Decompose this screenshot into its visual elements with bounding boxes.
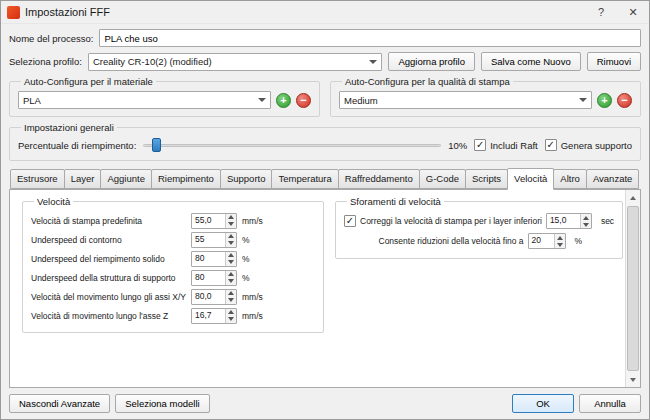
spin-buttons[interactable] <box>225 290 236 304</box>
spin-buttons[interactable] <box>225 233 236 247</box>
process-name-label: Nome del processo: <box>9 33 93 44</box>
profile-combo[interactable]: Creality CR-10(2) (modified) <box>88 53 383 71</box>
chevron-down-icon <box>369 60 377 64</box>
spin-value: 55 <box>192 233 225 247</box>
spin-value: 80,0 <box>192 290 225 304</box>
tab-altro[interactable]: Altro <box>553 169 587 189</box>
tab-gcode[interactable]: G-Code <box>419 169 466 189</box>
spin-buttons[interactable] <box>225 252 236 266</box>
layer-time-spinbox[interactable]: 15,0 <box>546 213 592 229</box>
speed-reduction-spinbox[interactable]: 20 <box>528 233 566 249</box>
xy-movement-speed-row: Velocità del movimento lungo gli assi X/… <box>31 287 315 306</box>
process-name-input[interactable] <box>99 29 641 47</box>
speed-overrides-wrap: Sforamenti di velocità ✓ Correggi la vel… <box>335 196 617 259</box>
ok-button[interactable]: OK <box>512 394 574 413</box>
fff-settings-dialog: Impostazioni FFF ? ✕ Nome del processo: … <box>0 0 650 420</box>
update-profile-button[interactable]: Aggiorna profilo <box>388 52 475 71</box>
infill-slider[interactable] <box>143 137 441 153</box>
tab-raffreddamento[interactable]: Raffreddamento <box>338 169 420 189</box>
default-speed-spinbox[interactable]: 55,0 <box>191 213 237 229</box>
help-button[interactable]: ? <box>585 1 617 23</box>
check-icon: ✓ <box>346 216 354 226</box>
z-movement-speed-spinbox[interactable]: 16,7 <box>191 308 237 324</box>
auto-quality-title: Auto-Configura per la qualità di stampa <box>342 76 513 87</box>
unit-label: mm/s <box>242 311 263 321</box>
generate-support-checkbox[interactable]: ✓ <box>545 139 557 151</box>
spin-up-icon[interactable] <box>557 236 563 240</box>
spin-up-icon[interactable] <box>228 291 234 295</box>
auto-material-group: Auto-Configura per il materiale PLA + − <box>9 76 320 117</box>
spin-buttons[interactable] <box>225 271 236 285</box>
spin-buttons[interactable] <box>554 234 565 248</box>
scroll-up-button[interactable] <box>626 190 640 205</box>
spin-down-icon[interactable] <box>228 298 234 302</box>
spin-down-icon[interactable] <box>228 222 234 226</box>
spin-value: 80 <box>192 271 225 285</box>
hide-advanced-button[interactable]: Nascondi Avanzate <box>9 394 110 413</box>
spin-up-icon[interactable] <box>228 272 234 276</box>
spin-up-icon[interactable] <box>228 253 234 257</box>
speed-group: Velocità Velocità di stampa predefinita … <box>22 196 324 333</box>
tab-velocita[interactable]: Velocità <box>507 168 554 190</box>
speed-reduction-row: Consente riduzioni della velocità fino a… <box>344 231 614 251</box>
spin-up-icon[interactable] <box>228 215 234 219</box>
check-icon: ✓ <box>547 140 555 150</box>
spin-down-icon[interactable] <box>557 243 563 247</box>
tab-layer[interactable]: Layer <box>64 169 102 189</box>
unit-label: % <box>242 254 250 264</box>
support-underspeed-spinbox[interactable]: 80 <box>191 270 237 286</box>
unit-label: mm/s <box>242 292 263 302</box>
include-raft-checkbox[interactable]: ✓ <box>474 139 486 151</box>
unit-label: % <box>242 273 250 283</box>
spin-down-icon[interactable] <box>228 279 234 283</box>
quality-combo[interactable]: Medium <box>339 91 592 109</box>
slider-handle[interactable] <box>152 138 161 152</box>
app-icon <box>7 6 20 19</box>
include-raft-option: ✓ Includi Raft <box>474 139 538 151</box>
scroll-down-button[interactable] <box>626 372 640 387</box>
xy-movement-speed-spinbox[interactable]: 80,0 <box>191 289 237 305</box>
save-as-new-button[interactable]: Salva come Nuovo <box>481 52 581 71</box>
chevron-down-icon <box>258 98 266 102</box>
tab-scripts[interactable]: Scripts <box>465 169 508 189</box>
outline-underspeed-spinbox[interactable]: 55 <box>191 232 237 248</box>
spin-up-icon[interactable] <box>228 310 234 314</box>
dialog-content: Nome del processo: Seleziona profilo: Cr… <box>1 24 649 419</box>
close-button[interactable]: ✕ <box>617 1 649 23</box>
tab-supporto[interactable]: Supporto <box>220 169 273 189</box>
spin-up-icon[interactable] <box>583 216 589 220</box>
spin-up-icon[interactable] <box>228 234 234 238</box>
spin-buttons[interactable] <box>580 214 591 228</box>
tab-riempimento[interactable]: Riempimento <box>151 169 221 189</box>
tab-estrusore[interactable]: Estrusore <box>10 169 65 189</box>
tab-avanzate[interactable]: Avanzate <box>586 169 639 189</box>
row-label: Velocità di movimento lungo l'asse Z <box>31 311 191 321</box>
row-label: Underspeed del riempimento solido <box>31 254 191 264</box>
solid-infill-underspeed-spinbox[interactable]: 80 <box>191 251 237 267</box>
adjust-speed-row: ✓ Correggi la velocità di stampa per i l… <box>344 211 614 231</box>
tab-aggiunte[interactable]: Aggiunte <box>100 169 152 189</box>
spin-down-icon[interactable] <box>228 317 234 321</box>
spin-down-icon[interactable] <box>228 260 234 264</box>
remove-profile-button[interactable]: Rimuovi <box>587 52 641 71</box>
material-combo[interactable]: PLA <box>18 91 271 109</box>
speed-group-wrap: Velocità Velocità di stampa predefinita … <box>22 196 324 333</box>
scrollbar-thumb[interactable] <box>627 206 639 371</box>
spin-buttons[interactable] <box>225 214 236 228</box>
spin-down-icon[interactable] <box>228 241 234 245</box>
panel-scrollbar[interactable] <box>625 190 640 387</box>
support-underspeed-row: Underspeed della struttura di supporto 8… <box>31 268 315 287</box>
add-quality-button[interactable]: + <box>597 93 612 108</box>
adjust-speed-checkbox[interactable]: ✓ <box>344 215 356 227</box>
remove-quality-button[interactable]: − <box>617 93 632 108</box>
cancel-button[interactable]: Annulla <box>579 394 641 413</box>
unit-label: mm/s <box>242 216 263 226</box>
profile-combo-value: Creality CR-10(2) (modified) <box>93 56 364 67</box>
tab-temperatura[interactable]: Temperatura <box>271 169 338 189</box>
spin-buttons[interactable] <box>225 309 236 323</box>
select-models-button[interactable]: Seleziona modelli <box>115 394 209 413</box>
remove-material-button[interactable]: − <box>296 93 311 108</box>
spin-down-icon[interactable] <box>583 223 589 227</box>
speed-overrides-group: Sforamenti di velocità ✓ Correggi la vel… <box>335 196 623 259</box>
add-material-button[interactable]: + <box>276 93 291 108</box>
